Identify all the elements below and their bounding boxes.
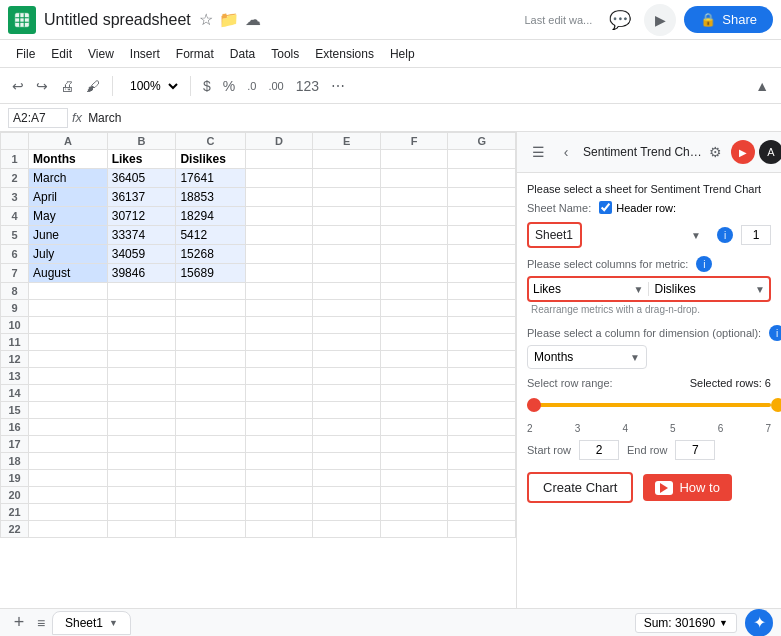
sheet1-tab[interactable]: Sheet1 ▼: [52, 611, 131, 635]
table-cell[interactable]: [107, 470, 176, 487]
more-options-button[interactable]: ⋯: [327, 76, 349, 96]
table-cell[interactable]: [245, 385, 313, 402]
table-cell[interactable]: [313, 169, 381, 188]
table-cell[interactable]: [107, 368, 176, 385]
table-cell[interactable]: [313, 150, 381, 169]
row-header[interactable]: 4: [1, 207, 29, 226]
cloud-icon[interactable]: ☁: [245, 10, 261, 29]
table-cell[interactable]: [245, 226, 313, 245]
table-cell[interactable]: [245, 317, 313, 334]
table-cell[interactable]: [380, 470, 448, 487]
collapse-toolbar-button[interactable]: ▲: [751, 76, 773, 96]
table-cell[interactable]: [176, 300, 245, 317]
table-cell[interactable]: [380, 283, 448, 300]
table-cell[interactable]: [176, 334, 245, 351]
table-cell[interactable]: 5412: [176, 226, 245, 245]
row-header[interactable]: 22: [1, 521, 29, 538]
table-cell[interactable]: [176, 351, 245, 368]
row-header[interactable]: 9: [1, 300, 29, 317]
table-cell[interactable]: [448, 504, 516, 521]
table-cell[interactable]: [107, 453, 176, 470]
table-cell[interactable]: [313, 226, 381, 245]
slider-thumb-right[interactable]: [771, 398, 781, 412]
currency-button[interactable]: $: [199, 76, 215, 96]
table-cell[interactable]: 36405: [107, 169, 176, 188]
table-cell[interactable]: [448, 368, 516, 385]
col-header-g[interactable]: G: [448, 133, 516, 150]
table-cell[interactable]: [107, 436, 176, 453]
table-cell[interactable]: [448, 226, 516, 245]
table-cell[interactable]: [29, 453, 108, 470]
table-cell[interactable]: [380, 504, 448, 521]
table-cell[interactable]: [313, 470, 381, 487]
create-chart-button[interactable]: Create Chart: [527, 472, 633, 503]
table-cell[interactable]: [313, 521, 381, 538]
table-cell[interactable]: [380, 487, 448, 504]
col-header-d[interactable]: D: [245, 133, 313, 150]
table-cell[interactable]: [29, 521, 108, 538]
table-cell[interactable]: [448, 300, 516, 317]
table-cell[interactable]: [313, 487, 381, 504]
table-cell[interactable]: [29, 283, 108, 300]
table-cell[interactable]: 18294: [176, 207, 245, 226]
table-cell[interactable]: [380, 385, 448, 402]
table-cell[interactable]: [176, 368, 245, 385]
dimension-select-wrapper[interactable]: Months ▼: [527, 345, 647, 369]
sheet-select[interactable]: Sheet1: [527, 222, 582, 248]
table-cell[interactable]: [245, 351, 313, 368]
percent-button[interactable]: %: [219, 76, 239, 96]
decimal-decrease-button[interactable]: .0: [243, 78, 260, 94]
table-cell[interactable]: [245, 283, 313, 300]
table-cell[interactable]: [313, 334, 381, 351]
table-cell[interactable]: [380, 334, 448, 351]
table-cell[interactable]: [29, 419, 108, 436]
table-cell[interactable]: [448, 150, 516, 169]
row-header[interactable]: 2: [1, 169, 29, 188]
paint-format-button[interactable]: 🖌: [82, 76, 104, 96]
format-number-button[interactable]: 123: [292, 76, 323, 96]
table-cell[interactable]: [245, 334, 313, 351]
folder-icon[interactable]: 📁: [219, 10, 239, 29]
table-cell[interactable]: [107, 402, 176, 419]
table-cell[interactable]: [313, 504, 381, 521]
row-header[interactable]: 14: [1, 385, 29, 402]
table-cell[interactable]: Dislikes: [176, 150, 245, 169]
table-cell[interactable]: [176, 504, 245, 521]
row-header[interactable]: 3: [1, 188, 29, 207]
menu-file[interactable]: File: [8, 44, 43, 64]
row-header[interactable]: 7: [1, 264, 29, 283]
star-icon[interactable]: ☆: [199, 10, 213, 29]
document-title[interactable]: Untitled spreadsheet: [44, 11, 191, 29]
table-cell[interactable]: [448, 521, 516, 538]
row-header[interactable]: 21: [1, 504, 29, 521]
menu-edit[interactable]: Edit: [43, 44, 80, 64]
table-cell[interactable]: [245, 207, 313, 226]
table-cell[interactable]: [313, 188, 381, 207]
table-cell[interactable]: [245, 300, 313, 317]
table-cell[interactable]: [29, 351, 108, 368]
row-header[interactable]: 16: [1, 419, 29, 436]
table-cell[interactable]: Months: [29, 150, 108, 169]
table-cell[interactable]: [245, 188, 313, 207]
slider-thumb-left[interactable]: [527, 398, 541, 412]
table-cell[interactable]: June: [29, 226, 108, 245]
table-cell[interactable]: [245, 419, 313, 436]
table-cell[interactable]: [29, 334, 108, 351]
table-cell[interactable]: [380, 150, 448, 169]
table-cell[interactable]: [29, 368, 108, 385]
table-cell[interactable]: [176, 470, 245, 487]
table-cell[interactable]: Likes: [107, 150, 176, 169]
row-header[interactable]: 1: [1, 150, 29, 169]
table-cell[interactable]: [245, 453, 313, 470]
table-cell[interactable]: [380, 521, 448, 538]
table-cell[interactable]: [29, 504, 108, 521]
col-header-f[interactable]: F: [380, 133, 448, 150]
row-header[interactable]: 15: [1, 402, 29, 419]
print-button[interactable]: 🖨: [56, 76, 78, 96]
table-cell[interactable]: [107, 419, 176, 436]
table-cell[interactable]: July: [29, 245, 108, 264]
table-cell[interactable]: [448, 470, 516, 487]
header-row-checkbox[interactable]: [599, 201, 612, 214]
explore-button[interactable]: ✦: [745, 609, 773, 637]
table-cell[interactable]: [380, 226, 448, 245]
